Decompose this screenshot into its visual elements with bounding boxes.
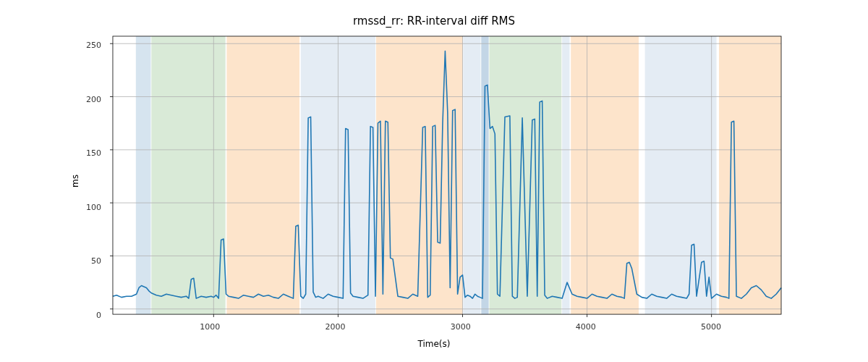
background-band <box>226 36 299 314</box>
y-tick-label: 50 <box>65 256 101 266</box>
x-tick-label: 5000 <box>701 322 721 332</box>
x-tick-label: 1000 <box>200 322 220 332</box>
y-tick-label: 200 <box>65 94 101 104</box>
background-band <box>463 36 480 314</box>
axis-label-x: Time(s) <box>0 339 868 349</box>
background-band <box>571 36 639 314</box>
y-tick-label: 250 <box>65 41 101 50</box>
background-band <box>562 36 569 314</box>
background-band <box>151 36 225 314</box>
background-band <box>719 36 781 314</box>
x-tick-label: 4000 <box>576 322 596 332</box>
x-tick-label: 2000 <box>325 322 345 332</box>
background-band <box>136 36 151 314</box>
chart-axes <box>109 36 781 319</box>
y-tick-label: 150 <box>65 148 101 158</box>
y-tick-label: 0 <box>65 310 101 319</box>
background-band <box>645 36 717 314</box>
chart-title: rmssd_rr: RR-interval diff RMS <box>0 14 868 28</box>
axis-label-y: ms <box>70 174 80 188</box>
chart-figure: rmssd_rr: RR-interval diff RMS ms 100020… <box>0 0 868 362</box>
x-tick-label: 3000 <box>451 322 471 332</box>
y-tick-label: 100 <box>65 202 101 211</box>
plot-svg <box>109 36 781 319</box>
